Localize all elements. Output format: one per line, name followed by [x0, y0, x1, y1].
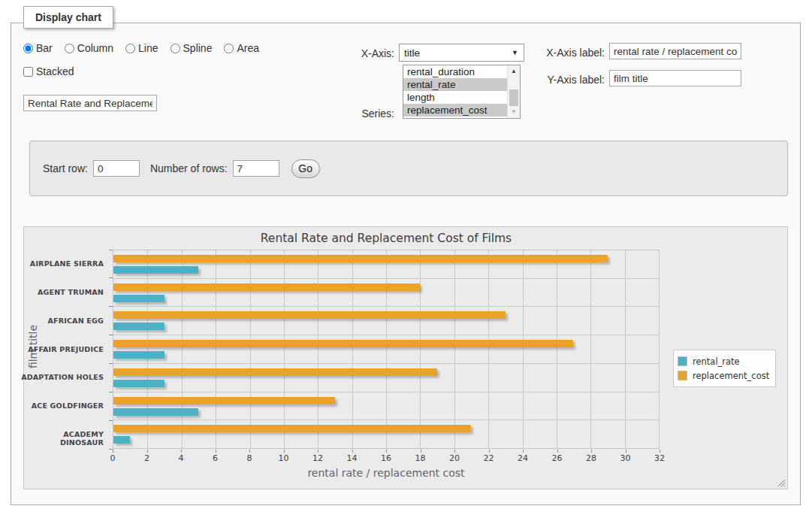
x-tick-label-14: 14: [347, 453, 358, 463]
go-button[interactable]: Go: [291, 159, 320, 178]
category-band-0: [113, 250, 659, 279]
x-tick-label-6: 6: [213, 453, 218, 463]
bar-rental_rate-5: [113, 408, 198, 416]
chart-type-radio-line[interactable]: [125, 44, 135, 53]
x-tickmark-28: [591, 450, 592, 453]
chart-type-radio-bar[interactable]: [23, 44, 33, 53]
chart-type-option-column: Column: [65, 42, 113, 54]
series-scrollbar[interactable]: ▲ ▼: [507, 65, 520, 118]
gridline-x-32: [659, 250, 660, 448]
bar-rental_rate-3: [113, 351, 165, 359]
bar-replacement_cost-2: [113, 311, 506, 319]
bar-rental_rate-2: [113, 323, 165, 330]
x-axis-caption: X-Axis:: [342, 47, 394, 59]
y-axis-label-input[interactable]: [609, 70, 741, 86]
x-tickmark-30: [626, 450, 626, 453]
y-category-label-2: AFRICAN EGG: [20, 317, 104, 325]
bar-replacement_cost-5: [113, 397, 335, 404]
legend-swatch-replacement_cost: [678, 371, 687, 380]
y-category-label-3: AFFAIR PREJUDICE: [20, 345, 104, 353]
chart-type-option-spline: Spline: [171, 42, 213, 54]
scrollbar-up-icon[interactable]: ▲: [508, 66, 520, 77]
legend-row-replacement_cost: replacement_cost: [678, 368, 769, 383]
series-option-rental_duration[interactable]: rental_duration: [403, 65, 507, 78]
x-axis-selected-value: title: [404, 47, 420, 59]
start-row-input[interactable]: [93, 160, 140, 177]
x-tickmark-10: [284, 450, 285, 453]
x-axis-label-input[interactable]: [609, 43, 741, 59]
y-category-label-5: ACE GOLDFINGER: [20, 401, 104, 410]
category-band-6: [113, 420, 659, 448]
y-category-label-4: ADAPTATION HOLES: [20, 373, 104, 381]
stacked-row: Stacked: [23, 65, 74, 77]
x-tick-label-28: 28: [586, 453, 596, 463]
chart-type-option-area: Area: [224, 42, 259, 54]
x-tick-labels: 02468101214161820222426283032: [113, 453, 660, 463]
display-chart-fieldset: Display chart BarColumnLineSplineArea St…: [11, 23, 801, 505]
category-band-5: [113, 392, 659, 421]
stacked-label-wrap: Stacked: [23, 65, 74, 77]
x-tickmark-22: [489, 450, 490, 453]
bar-replacement_cost-0: [113, 255, 608, 262]
chart-type-label-area: Area: [237, 42, 259, 54]
category-band-3: [113, 335, 659, 364]
stacked-checkbox[interactable]: [23, 67, 33, 77]
num-rows-label: Number of rows:: [150, 162, 228, 174]
chart-container: Rental Rate and Replacement Cost of Film…: [23, 226, 788, 489]
x-tick-label-8: 8: [247, 453, 252, 463]
x-tick-label-2: 2: [144, 453, 149, 463]
chart-type-radios: BarColumnLineSplineArea: [23, 42, 259, 54]
series-caption: Series:: [342, 108, 394, 120]
x-tick-label-24: 24: [518, 453, 528, 463]
x-tick-label-0: 0: [110, 453, 116, 463]
series-options: rental_durationrental_ratelengthreplacem…: [403, 65, 507, 118]
legend-label-replacement_cost: replacement_cost: [693, 371, 769, 381]
stacked-label: Stacked: [36, 65, 74, 77]
bar-replacement_cost-6: [113, 425, 471, 432]
bar-rental_rate-4: [113, 380, 165, 387]
bar-rental_rate-6: [113, 436, 130, 444]
x-tick-label-16: 16: [381, 453, 391, 463]
x-tick-label-32: 32: [654, 453, 665, 463]
x-tickmark-2: [147, 450, 148, 453]
category-band-1: [113, 279, 659, 308]
x-tickmark-20: [454, 450, 455, 453]
x-tickmark-32: [660, 450, 660, 453]
x-axis-label-caption: X-Axis label:: [537, 47, 605, 59]
chart-type-radio-column[interactable]: [65, 44, 74, 53]
scrollbar-down-icon[interactable]: ▼: [508, 107, 520, 117]
chart-title-input[interactable]: [23, 95, 157, 111]
y-category-label-1: AGENT TRUMAN: [20, 288, 104, 296]
x-tickmark-14: [352, 450, 353, 453]
chart-type-radio-spline[interactable]: [171, 44, 180, 53]
x-tick-label-4: 4: [179, 453, 184, 463]
bar-replacement_cost-3: [113, 340, 573, 347]
chart-type-label-bar: Bar: [36, 42, 53, 54]
bar-replacement_cost-4: [113, 368, 437, 376]
x-axis-select[interactable]: title ▼: [399, 44, 524, 62]
x-tick-marks: [113, 450, 660, 453]
x-axis-title: rental rate / replacement cost: [113, 467, 660, 479]
legend-swatch-rental_rate: [678, 356, 687, 366]
y-category-label-6: ACADEMY DINOSAUR: [20, 430, 104, 447]
scrollbar-thumb[interactable]: [509, 89, 518, 106]
series-multiselect[interactable]: rental_durationrental_ratelengthreplacem…: [403, 65, 521, 119]
x-tickmark-8: [249, 450, 250, 453]
series-option-rental_rate[interactable]: rental_rate: [403, 78, 507, 91]
num-rows-input[interactable]: [233, 160, 279, 177]
chart-type-option-bar: Bar: [23, 42, 53, 54]
bar-rental_rate-0: [113, 266, 198, 274]
legend-row-rental_rate: rental_rate: [678, 354, 769, 368]
x-tickmark-4: [181, 450, 182, 453]
series-option-length[interactable]: length: [403, 91, 507, 104]
y-category-labels: AIRPLANE SIERRAAGENT TRUMANAFRICAN EGGAF…: [24, 250, 108, 449]
x-tickmark-16: [386, 450, 387, 453]
x-tick-label-22: 22: [484, 453, 494, 463]
series-option-replacement_cost[interactable]: replacement_cost: [403, 104, 507, 117]
chart-type-label-column: Column: [77, 42, 113, 54]
category-band-2: [113, 307, 659, 335]
chart-type-radio-area[interactable]: [224, 44, 234, 53]
resize-handle-icon[interactable]: [777, 478, 785, 486]
category-band-4: [113, 364, 659, 392]
row-controls-panel: Start row: Number of rows: Go: [29, 141, 788, 196]
